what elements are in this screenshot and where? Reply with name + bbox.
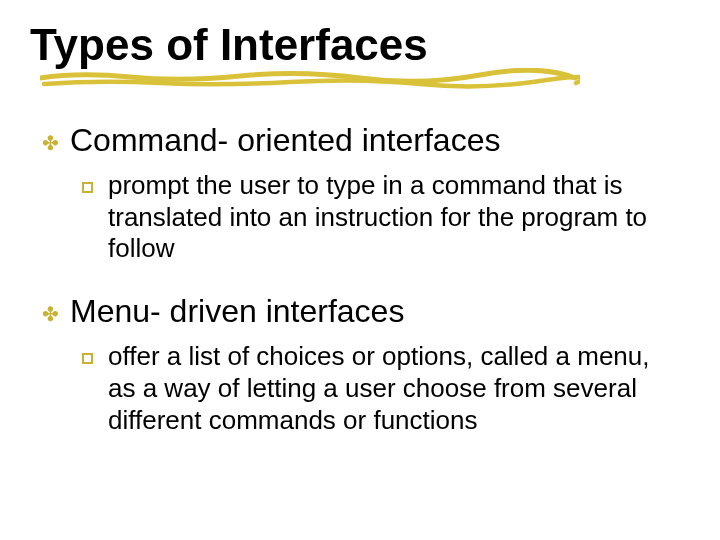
list-item: offer a list of choices or options, call… [42,341,690,436]
body-text: prompt the user to type in a command tha… [108,170,668,265]
slide-body: ✤ Command- oriented interfaces prompt th… [30,122,690,436]
list-item: ✤ Command- oriented interfaces [42,122,690,162]
heading-text: Command- oriented interfaces [70,122,500,160]
bullet-l2-icon [82,170,108,202]
body-text: offer a list of choices or options, call… [108,341,668,436]
slide-title: Types of Interfaces [30,20,690,70]
bullet-l1-icon: ✤ [42,122,70,162]
list-item: ✤ Menu- driven interfaces [42,293,690,333]
list-item: prompt the user to type in a command tha… [42,170,690,265]
title-underline [40,74,690,94]
heading-text: Menu- driven interfaces [70,293,404,331]
bullet-l1-icon: ✤ [42,293,70,333]
bullet-l2-icon [82,341,108,373]
